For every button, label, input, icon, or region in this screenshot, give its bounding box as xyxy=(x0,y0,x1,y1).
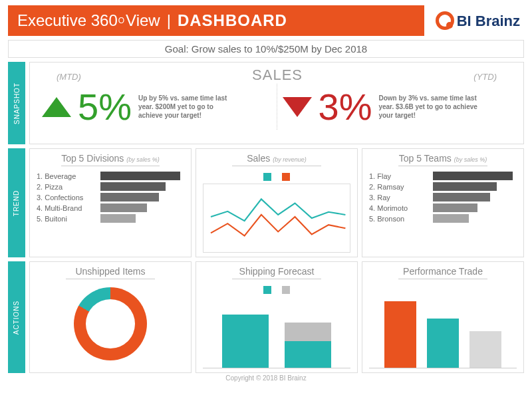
rank-bar xyxy=(433,193,490,201)
rank-row: 2. Pizza xyxy=(37,182,184,191)
rank-label: 2. Ramsay xyxy=(369,183,429,191)
rank-label: 1. Flay xyxy=(369,172,429,180)
teams-card: Top 5 Teams(by sales %) 1. Flay2. Ramsay… xyxy=(362,148,524,257)
rank-bar xyxy=(100,182,166,191)
ytd-label: (YTD) xyxy=(473,72,497,82)
header: Executive 360 O View | DASHBOARD BI Brai… xyxy=(8,5,524,36)
tab-actions[interactable]: ACTIONS xyxy=(8,261,25,373)
rank-row: 5. Buitoni xyxy=(37,214,184,223)
rank-bar xyxy=(433,203,477,212)
title-prefix: Executive 360 xyxy=(17,11,118,30)
rank-row: 2. Ramsay xyxy=(369,182,517,191)
rank-row: 4. Multi-Brand xyxy=(37,203,184,212)
snapshot-card: (MTD) SALES (YTD) 5% Up by 5% vs. same t… xyxy=(29,62,524,144)
title-suffix: View xyxy=(126,11,160,30)
mtd-label: (MTD) xyxy=(57,72,81,82)
legend-swatch-orange xyxy=(282,173,290,181)
rank-row: 3. Ray xyxy=(369,193,517,201)
forecast-legend xyxy=(203,286,350,294)
tab-snapshot[interactable]: SNAPSHOT xyxy=(8,62,25,144)
unshipped-donut-chart xyxy=(74,287,147,360)
dashboard-label: DASHBOARD xyxy=(178,11,287,30)
sales-line-chart xyxy=(203,184,350,253)
rank-bar xyxy=(433,172,513,180)
rank-bar xyxy=(100,203,147,212)
rank-bar xyxy=(100,214,136,223)
rank-row: 3. Confections xyxy=(37,193,184,201)
ytd-panel: 3% Down by 3% vs. same time last year. $… xyxy=(277,84,517,130)
trade-card: Performance Trade xyxy=(362,261,524,373)
rank-bar xyxy=(433,182,497,191)
rank-label: 4. Morimoto xyxy=(369,204,429,212)
rank-label: 1. Beverage xyxy=(37,172,96,180)
rank-label: 2. Pizza xyxy=(37,183,96,191)
rank-row: 4. Morimoto xyxy=(369,203,517,212)
brand-logo: BI Brainz xyxy=(424,11,524,30)
rank-row: 1. Beverage xyxy=(37,172,184,180)
logo-icon xyxy=(436,11,454,30)
forecast-card: Shipping Forecast xyxy=(196,261,358,373)
legend-swatch-grey xyxy=(282,286,290,294)
rank-label: 5. Buitoni xyxy=(37,215,96,223)
mtd-value: 5% xyxy=(78,85,132,128)
sales-line-card: Sales(by revenue) xyxy=(196,148,358,257)
ytd-desc: Down by 3% vs. same time last year. $3.6… xyxy=(378,94,478,120)
title-bar: Executive 360 O View | DASHBOARD xyxy=(8,5,424,36)
rank-row: 1. Flay xyxy=(369,172,517,180)
legend-swatch-teal xyxy=(263,286,271,294)
title-separator: | xyxy=(167,11,171,30)
unshipped-card: Unshipped Items xyxy=(29,261,192,373)
legend-swatch-teal xyxy=(263,173,271,181)
rank-row: 5. Bronson xyxy=(369,214,517,223)
rank-label: 5. Bronson xyxy=(369,215,429,223)
mtd-desc: Up by 5% vs. same time last year. $200M … xyxy=(138,94,238,120)
trade-chart xyxy=(369,286,517,368)
down-arrow-icon xyxy=(283,97,312,117)
rank-bar xyxy=(100,172,180,180)
rank-label: 3. Ray xyxy=(369,194,429,201)
up-arrow-icon xyxy=(42,97,71,117)
tab-trend[interactable]: TREND xyxy=(8,148,25,257)
rank-label: 4. Multi-Brand xyxy=(37,204,96,212)
snapshot-title: SALES xyxy=(252,66,303,84)
goal-banner: Goal: Grow sales to 10%/$250M by Dec 201… xyxy=(8,40,524,58)
divisions-chart: 1. Beverage2. Pizza3. Confections4. Mult… xyxy=(37,172,184,223)
line-legend xyxy=(203,173,350,181)
divisions-card: Top 5 Divisions(by sales %) 1. Beverage2… xyxy=(29,148,192,257)
mtd-panel: 5% Up by 5% vs. same time last year. $20… xyxy=(37,84,277,130)
teams-chart: 1. Flay2. Ramsay3. Ray4. Morimoto5. Bron… xyxy=(369,172,517,223)
forecast-chart xyxy=(203,297,350,368)
rank-label: 3. Confections xyxy=(37,194,96,201)
footer-copyright: Copyright © 2018 BI Brainz xyxy=(8,374,524,382)
rank-bar xyxy=(100,193,159,201)
rank-bar xyxy=(433,214,469,223)
degree-symbol: O xyxy=(118,16,124,25)
ytd-value: 3% xyxy=(319,85,372,128)
